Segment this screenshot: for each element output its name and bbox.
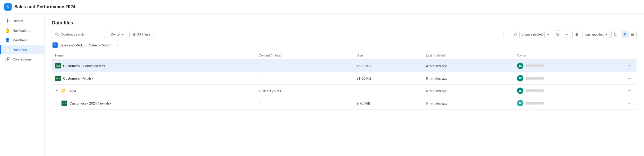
col-size: Size: [354, 51, 423, 60]
expand-button[interactable]: ▾: [55, 89, 59, 93]
owner-avatar: JK: [517, 75, 523, 81]
sidebar-label-data-files: Data files: [12, 48, 27, 52]
size-cell: -: [354, 85, 423, 97]
toolbar: 🔍 Owner ▾ ⊟ All filters ↑ ⬡ 1 item selec…: [52, 31, 637, 38]
xlsx-icon: XLS: [61, 101, 67, 106]
owner-avatar: JK: [517, 88, 523, 94]
breadcrumb-item-0[interactable]: Sales and Perf...: [59, 43, 85, 47]
table-row[interactable]: XLS Customers - Cancelled.xlsx - 16.29 K…: [52, 60, 637, 72]
size-cell: 31.50 KiB: [354, 72, 423, 85]
more-options-button[interactable]: ···: [626, 75, 633, 82]
sidebar-icon-notifications: 🔔: [5, 28, 10, 33]
owner-cell: JK: [514, 85, 623, 97]
app-title: Sales and Performance 2024: [14, 4, 76, 10]
sidebar-item-members[interactable]: 👤 Members: [0, 35, 44, 45]
owner-cell: JK: [514, 97, 623, 110]
col-content: Content (in total): [255, 51, 353, 60]
file-name: Customers - 2024 New.xlsx: [69, 101, 111, 105]
app-icon: S: [4, 3, 12, 11]
last-modified-cell: 6 minutes ago: [423, 85, 514, 97]
xlsx-icon: XLS: [55, 76, 61, 81]
file-name-cell: XLS Customers - 2024 New.xlsx: [52, 97, 255, 110]
sidebar-label-connections: Connections: [12, 57, 32, 61]
actions-cell: ···: [623, 72, 637, 85]
sidebar-icon-members: 👤: [5, 38, 10, 42]
actions-cell: ···: [623, 97, 637, 110]
col-name: Name: [52, 51, 255, 60]
breadcrumb-separator-2: /: [117, 43, 118, 47]
more-options-button[interactable]: ···: [626, 100, 633, 107]
last-modified-cell: 4 minutes ago: [423, 60, 514, 72]
size-cell: 16.29 KiB: [354, 60, 423, 72]
list-view-button[interactable]: ☰: [629, 31, 636, 38]
search-input[interactable]: [61, 32, 102, 36]
top-bar: S Sales and Performance 2024: [0, 0, 644, 14]
sidebar-label-details: Details: [12, 19, 23, 23]
sidebar-label-notifications: Notifications: [12, 29, 31, 33]
table-body: XLS Customers - Cancelled.xlsx - 16.29 K…: [52, 60, 637, 110]
sort-button[interactable]: Last modified ▾: [583, 31, 610, 38]
folder-icon: 📁: [61, 88, 66, 93]
search-icon: 🔍: [55, 32, 59, 36]
upload-button[interactable]: ↑: [504, 31, 510, 38]
sidebar-label-members: Members: [12, 38, 27, 42]
size-cell: 9.76 MiB: [354, 97, 423, 110]
owner-name: [526, 64, 544, 67]
breadcrumb: S Sales and Perf... / Sales - Custom... …: [52, 42, 637, 48]
sidebar-item-connections[interactable]: 🔗 Connections: [0, 54, 44, 64]
toolbar-right: ↑ ⬡ 1 item selected ✂ ⧉ ✏ 🗑 Last modifie…: [504, 31, 637, 38]
actions-cell: ···: [623, 85, 637, 97]
owner-cell: JK: [514, 72, 623, 85]
col-last-modified: Last modified: [423, 51, 514, 60]
more-options-button[interactable]: ···: [626, 62, 633, 69]
last-modified-cell: 6 minutes ago: [423, 72, 514, 85]
delete-button[interactable]: 🗑: [572, 31, 581, 38]
owner-name: [526, 77, 544, 80]
owner-avatar: JK: [517, 100, 523, 106]
sidebar-icon-connections: 🔗: [5, 57, 10, 62]
file-name: 2024: [68, 89, 76, 93]
search-box[interactable]: 🔍: [52, 31, 105, 38]
grid-view-button[interactable]: ⊞: [621, 31, 629, 38]
file-name-cell: XLS Customers - All.xlsx: [52, 72, 255, 85]
content-cell: -: [255, 72, 353, 85]
table-header: Name Content (in total) Size Last modifi…: [52, 51, 637, 60]
owner-filter-button[interactable]: Owner ▾: [107, 31, 127, 38]
chevron-down-icon: ▾: [605, 33, 607, 36]
col-owner: Owner: [514, 51, 623, 60]
more-options-button[interactable]: ···: [626, 87, 633, 94]
last-modified-cell: 5 minutes ago: [423, 97, 514, 110]
filter-icon: ⊟: [133, 32, 136, 36]
table-row[interactable]: XLS Customers - All.xlsx - 31.50 KiB 6 m…: [52, 72, 637, 85]
owner-avatar: JK: [517, 63, 523, 69]
col-actions: [623, 51, 637, 60]
actions-cell: ···: [623, 60, 637, 72]
rename-button[interactable]: ✏: [563, 31, 571, 38]
sidebar: ⓘ Details🔔 Notifications👤 Members📄 Data …: [0, 14, 45, 156]
sidebar-item-data-files[interactable]: 📄 Data files: [0, 45, 44, 54]
sidebar-icon-data-files: 📄: [5, 47, 10, 52]
content-cell: -: [255, 97, 353, 110]
content-cell: 1 file / 9.76 MiB: [255, 85, 353, 97]
table-row[interactable]: XLS Customers - 2024 New.xlsx - 9.76 MiB…: [52, 97, 637, 110]
sort-order-button[interactable]: ⇅: [611, 31, 619, 38]
sidebar-item-details[interactable]: ⓘ Details: [0, 16, 44, 26]
all-filters-button[interactable]: ⊟ All filters: [129, 31, 153, 38]
file-name: Customers - Cancelled.xlsx: [63, 64, 105, 68]
file-table: Name Content (in total) Size Last modifi…: [52, 51, 637, 110]
owner-cell: JK: [514, 60, 623, 72]
owner-name: [526, 89, 544, 92]
file-name-cell: XLS Customers - Cancelled.xlsx: [52, 60, 255, 72]
file-name-cell: ▾ 📁 2024: [52, 85, 255, 97]
copy-button[interactable]: ⧉: [554, 31, 561, 38]
file-name: Customers - All.xlsx: [63, 76, 93, 80]
sidebar-item-notifications[interactable]: 🔔 Notifications: [0, 26, 44, 35]
owner-name: [526, 102, 544, 105]
selected-label: 1 item selected: [521, 33, 543, 36]
table-row[interactable]: ▾ 📁 2024 1 file / 9.76 MiB - 6 minutes a…: [52, 85, 637, 97]
breadcrumb-item-1[interactable]: Sales - Custom...: [89, 43, 116, 47]
breadcrumb-separator: /: [86, 43, 87, 47]
page-title: Data files: [52, 20, 637, 26]
cut-button[interactable]: ✂: [544, 31, 552, 38]
share-button[interactable]: ⬡: [512, 31, 520, 38]
